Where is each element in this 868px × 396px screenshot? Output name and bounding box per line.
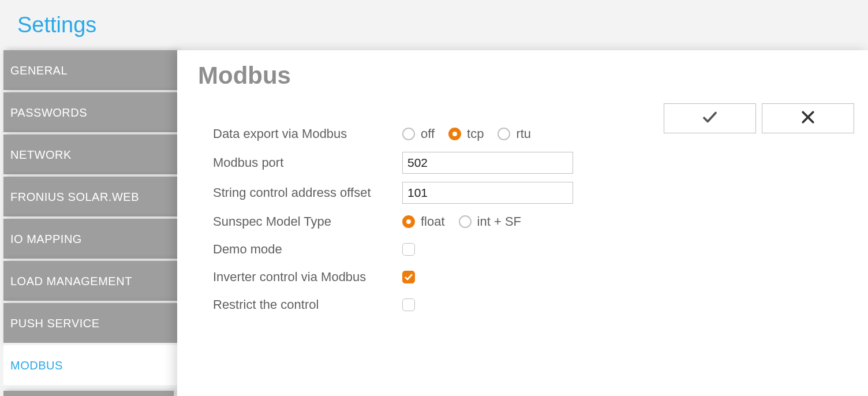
data-export-label: Data export via Modbus xyxy=(213,126,402,141)
offset-label: String control address offset xyxy=(213,185,402,200)
sidebar: GENERALPASSWORDSNETWORKFRONIUS SOLAR.WEB… xyxy=(0,50,177,396)
cancel-button[interactable] xyxy=(762,103,854,133)
sidebar-item-label: FRONIUS SOLAR.WEB xyxy=(10,190,139,204)
sidebar-item-general[interactable]: GENERAL xyxy=(3,50,177,92)
sidebar-item-io-mapping[interactable]: IO MAPPING xyxy=(3,219,177,261)
data-export-radio-rtu[interactable] xyxy=(497,128,510,140)
modbus-port-label: Modbus port xyxy=(213,155,402,170)
offset-input[interactable] xyxy=(402,182,573,204)
sidebar-item-label: MODBUS xyxy=(10,358,63,372)
data-export-radio-tcp[interactable] xyxy=(448,128,461,140)
sidebar-item-passwords[interactable]: PASSWORDS xyxy=(3,92,177,135)
sidebar-item-label: IO MAPPING xyxy=(10,232,82,246)
data-export-radio-label: off xyxy=(421,126,435,141)
page-title: Settings xyxy=(17,13,868,38)
sunspec-radio-int-sf[interactable] xyxy=(459,215,472,228)
sidebar-item-load-management[interactable]: LOAD MANAGEMENT xyxy=(3,261,177,303)
modbus-port-input[interactable] xyxy=(402,152,573,174)
sidebar-item-modbus[interactable]: MODBUS xyxy=(3,345,177,387)
sunspec-label: Sunspec Model Type xyxy=(213,214,402,229)
panel-heading: Modbus xyxy=(198,62,854,89)
restrict-control-checkbox[interactable] xyxy=(402,298,415,311)
check-icon xyxy=(701,109,719,128)
restrict-control-label: Restrict the control xyxy=(213,297,402,312)
demo-mode-label: Demo mode xyxy=(213,242,402,257)
close-icon xyxy=(799,109,817,128)
main-panel: Modbus Data export via Modbus offtcprtu … xyxy=(177,50,868,396)
data-export-radio-label: rtu xyxy=(516,126,531,141)
inverter-control-checkbox[interactable] xyxy=(402,271,415,283)
sidebar-item-label: LOAD MANAGEMENT xyxy=(10,274,132,288)
sunspec-radio-label: int + SF xyxy=(477,214,521,229)
sidebar-item-network[interactable]: NETWORK xyxy=(3,135,177,177)
inverter-control-label: Inverter control via Modbus xyxy=(213,270,402,285)
sidebar-item-fronius-solar-web[interactable]: FRONIUS SOLAR.WEB xyxy=(3,177,177,219)
data-export-radio-label: tcp xyxy=(467,126,484,141)
sidebar-item-label: NETWORK xyxy=(10,148,72,162)
sunspec-radio-float[interactable] xyxy=(402,215,415,228)
sidebar-item-label: PUSH SERVICE xyxy=(10,316,100,330)
demo-mode-checkbox[interactable] xyxy=(402,243,415,256)
sidebar-divider xyxy=(3,391,174,396)
sidebar-item-push-service[interactable]: PUSH SERVICE xyxy=(3,303,177,345)
data-export-radio-off[interactable] xyxy=(402,128,415,140)
sidebar-item-label: GENERAL xyxy=(10,63,68,77)
sidebar-item-label: PASSWORDS xyxy=(10,106,87,119)
save-button[interactable] xyxy=(664,103,756,133)
sunspec-radio-label: float xyxy=(421,214,445,229)
